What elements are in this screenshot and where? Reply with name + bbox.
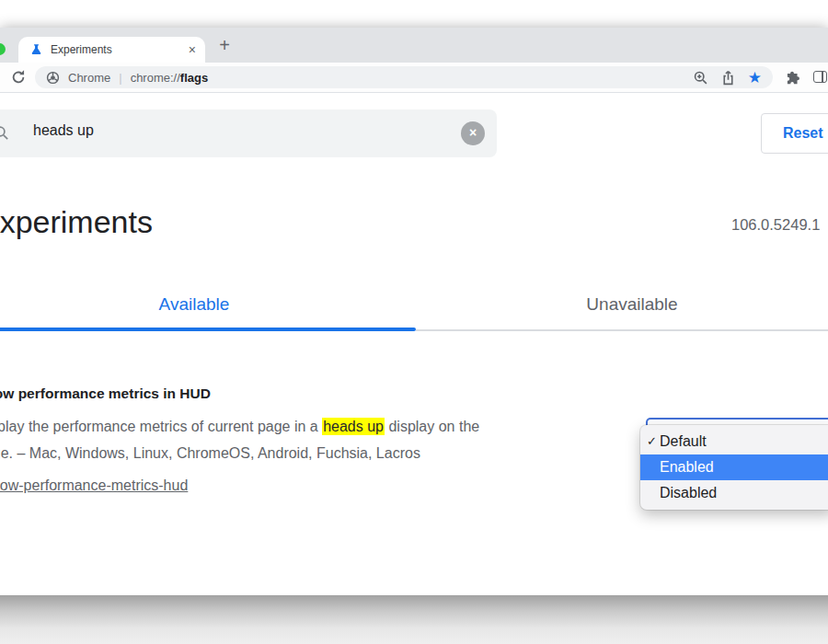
tab-unavailable[interactable]: Unavailable xyxy=(416,282,828,328)
browser-tab-experiments[interactable]: Experiments × xyxy=(18,37,205,63)
share-icon[interactable] xyxy=(720,70,736,86)
check-icon: ✓ xyxy=(647,429,657,454)
omnibox-icons: ★ xyxy=(693,70,762,86)
option-disabled[interactable]: Disabled xyxy=(640,480,828,506)
tab-title: Experiments xyxy=(51,43,112,56)
flags-page: heads up × Reset Experiments 106.0.5249.… xyxy=(0,93,828,595)
flag-permalink[interactable]: #show-performance-metrics-hud xyxy=(0,477,188,494)
clear-search-icon[interactable]: × xyxy=(461,121,485,145)
chrome-logo-icon xyxy=(46,71,60,85)
site-label: Chrome xyxy=(68,71,110,85)
side-panel-icon[interactable] xyxy=(813,71,827,83)
reset-all-button[interactable]: Reset xyxy=(761,113,828,154)
reload-icon[interactable] xyxy=(10,69,27,86)
option-enabled[interactable]: Enabled xyxy=(640,454,828,480)
page-title: Experiments xyxy=(0,201,153,242)
traffic-light-green-button[interactable] xyxy=(0,43,6,55)
search-input[interactable]: heads up × xyxy=(0,109,497,157)
search-icon xyxy=(0,125,9,141)
desktop-background xyxy=(0,595,828,644)
browser-window: Experiments × + Chrome | chrome://flags xyxy=(0,28,828,595)
select-dropdown-menu: ✓ Default Enabled Disabled xyxy=(640,425,828,510)
tab-strip: Experiments × + xyxy=(0,28,828,63)
extensions-puzzle-icon[interactable] xyxy=(786,70,801,86)
flag-entry: Show performance metrics in HUD Display … xyxy=(0,385,638,494)
active-tab-indicator xyxy=(0,328,416,331)
tabbar-divider xyxy=(416,329,828,331)
version-number: 106.0.5249.1 xyxy=(731,213,828,236)
search-match-highlight: heads up xyxy=(322,418,385,435)
option-default[interactable]: ✓ Default xyxy=(640,429,828,454)
address-bar[interactable]: Chrome | chrome://flags ★ xyxy=(35,66,773,88)
tab-close-icon[interactable]: × xyxy=(189,43,196,56)
browser-toolbar: Chrome | chrome://flags ★ xyxy=(0,63,828,93)
search-value: heads up xyxy=(33,122,94,139)
bookmark-star-icon[interactable]: ★ xyxy=(748,70,762,86)
flag-description: Display the performance metrics of curre… xyxy=(0,413,638,466)
url-text: chrome://flags xyxy=(131,71,209,85)
screen: Experiments × + Chrome | chrome://flags xyxy=(0,0,828,644)
omnibox-separator: | xyxy=(119,71,121,85)
new-tab-button[interactable]: + xyxy=(213,36,236,56)
zoom-in-icon[interactable] xyxy=(693,70,708,86)
tab-available[interactable]: Available xyxy=(0,282,416,328)
flask-icon xyxy=(30,43,42,56)
flag-name: Show performance metrics in HUD xyxy=(0,385,638,402)
